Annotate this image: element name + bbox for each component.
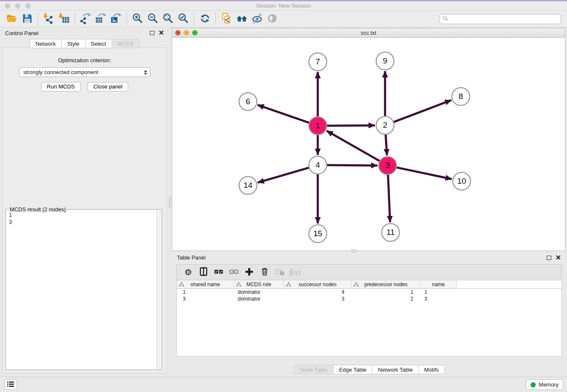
graph-edge-4-14[interactable] (258, 168, 309, 182)
deselect-all-button[interactable] (226, 265, 242, 279)
table-cell[interactable]: dominator (234, 296, 284, 302)
tab-motifs[interactable]: Motifs (418, 365, 445, 374)
graph-node-15[interactable]: 15 (309, 225, 327, 243)
tab-select[interactable]: Select (85, 39, 112, 48)
graph-node-7[interactable]: 7 (309, 53, 327, 71)
table-row[interactable]: 1dominator411 (177, 289, 561, 295)
zoom-fit-icon (162, 12, 174, 25)
column-header-successor-nodes[interactable]: successor nodes (284, 280, 352, 288)
network-close-button[interactable]: × (175, 30, 181, 36)
run-mcds-button[interactable]: Run MCDS (41, 82, 81, 91)
graph-edge-3-10[interactable] (397, 168, 452, 179)
mcds-result-group: MCDS result (2 nodes) 1 3 (6, 209, 162, 370)
table-cell[interactable]: 2 (352, 296, 421, 302)
graph-node-10[interactable]: 10 (453, 172, 471, 190)
zoom-out-button[interactable] (145, 12, 160, 26)
function-builder-button[interactable]: f(x) (287, 265, 303, 279)
memory-button[interactable]: Memory (526, 379, 563, 390)
zoom-selected-button[interactable] (176, 12, 191, 26)
export-image-button[interactable] (108, 12, 124, 26)
window-minimize-button[interactable] (15, 3, 20, 8)
table-cell[interactable]: 3 (177, 296, 234, 302)
graph-node-8[interactable]: 8 (452, 88, 470, 105)
delete-button[interactable] (257, 265, 272, 279)
column-header-MCDS-role[interactable]: MCDS role (234, 280, 284, 288)
graph-edge-3-11[interactable] (388, 175, 390, 222)
import-table-button[interactable] (56, 12, 72, 26)
graph-node-9[interactable]: 9 (376, 52, 394, 70)
table-cell[interactable]: 1 (352, 289, 421, 295)
network-canvas[interactable]: 7968124314101511 (172, 38, 565, 251)
network-maximize-button[interactable]: + (192, 30, 198, 36)
vertical-splitter-handle[interactable] (169, 197, 172, 208)
graph-node-2[interactable]: 2 (376, 116, 394, 134)
table-cell[interactable]: 3 (284, 296, 352, 302)
task-history-button[interactable] (4, 379, 17, 390)
tab-node-table[interactable]: Node Table (294, 365, 334, 374)
export-network-button[interactable] (78, 12, 93, 26)
optimization-criterion-select[interactable]: strongly connected component (19, 67, 150, 77)
graph-edge-3-1[interactable] (327, 131, 380, 161)
close-table-panel-icon[interactable]: ✕ (556, 255, 561, 260)
hide-selected-button[interactable] (249, 12, 264, 26)
mcds-result-scrollbar[interactable] (156, 210, 161, 369)
table-cell[interactable]: 1 (177, 289, 234, 295)
window-zoom-button[interactable] (25, 3, 30, 8)
add-button[interactable] (242, 265, 257, 279)
table-cell[interactable]: dominator (234, 289, 284, 295)
close-panel-button[interactable]: Close panel (88, 82, 129, 91)
tab-style[interactable]: Style (62, 39, 85, 48)
import-network-button[interactable] (41, 12, 56, 26)
graph-node-14[interactable]: 14 (239, 177, 257, 194)
tab-edge-table[interactable]: Edge Table (333, 365, 372, 374)
mcds-result-text[interactable]: 1 3 (6, 210, 156, 369)
column-selector-button[interactable] (196, 265, 211, 279)
toolbar-separator (215, 13, 216, 25)
main-toolbar (0, 11, 567, 28)
table-cell[interactable]: 1 (421, 289, 457, 295)
table-cell[interactable]: 4 (284, 289, 352, 295)
column-header-shared-name[interactable]: shared name (177, 280, 234, 288)
memory-label: Memory (539, 381, 559, 388)
graph-edge-1-6[interactable] (258, 105, 309, 123)
table-row[interactable]: 3dominator323 (177, 295, 561, 302)
graph-node-4[interactable]: 4 (309, 156, 327, 174)
graph-edge-2-8[interactable] (394, 100, 451, 122)
save-session-button[interactable] (19, 12, 35, 26)
table-settings-button[interactable]: ⚙ (181, 265, 196, 279)
tab-network[interactable]: Network (30, 39, 62, 48)
close-panel-icon[interactable]: ✕ (159, 30, 164, 36)
export-table-button[interactable] (93, 12, 108, 26)
clone-network-button[interactable] (219, 12, 234, 26)
float-panel-icon[interactable] (150, 31, 154, 35)
column-header-name[interactable]: name (421, 280, 457, 288)
column-header-predecessor-nodes[interactable]: predecessor nodes (352, 280, 421, 288)
refresh-icon (199, 13, 211, 25)
search-field[interactable] (439, 14, 561, 24)
show-all-button[interactable] (264, 12, 280, 26)
first-neighbors-button[interactable] (234, 12, 249, 26)
graph-edge-1-2[interactable] (327, 125, 375, 126)
delete-table-button[interactable] (272, 265, 287, 279)
float-table-panel-icon[interactable] (547, 256, 551, 260)
graph-edge-2-3[interactable] (385, 135, 387, 155)
graph-node-6[interactable]: 6 (239, 93, 257, 110)
import-table-icon (58, 12, 70, 25)
table-cell[interactable]: 3 (421, 296, 457, 302)
tab-mcds[interactable]: MCDS (112, 39, 140, 48)
graph-node-11[interactable]: 11 (382, 224, 399, 241)
graph-node-3[interactable]: 3 (379, 157, 396, 174)
save-floppy-icon (22, 13, 33, 25)
zoom-in-button[interactable] (130, 12, 145, 26)
window-close-button[interactable] (5, 3, 10, 8)
select-all-button[interactable] (211, 265, 226, 279)
refresh-layout-button[interactable] (197, 12, 212, 26)
search-input[interactable] (450, 16, 558, 22)
network-minimize-button[interactable]: − (184, 30, 189, 36)
graph-edge-4-3[interactable] (327, 165, 377, 166)
open-session-button[interactable] (4, 12, 19, 26)
horizontal-splitter-handle[interactable] (351, 249, 356, 252)
tab-network-table[interactable]: Network Table (372, 365, 418, 374)
zoom-fit-button[interactable] (160, 12, 176, 26)
graph-node-1[interactable]: 1 (309, 117, 327, 135)
